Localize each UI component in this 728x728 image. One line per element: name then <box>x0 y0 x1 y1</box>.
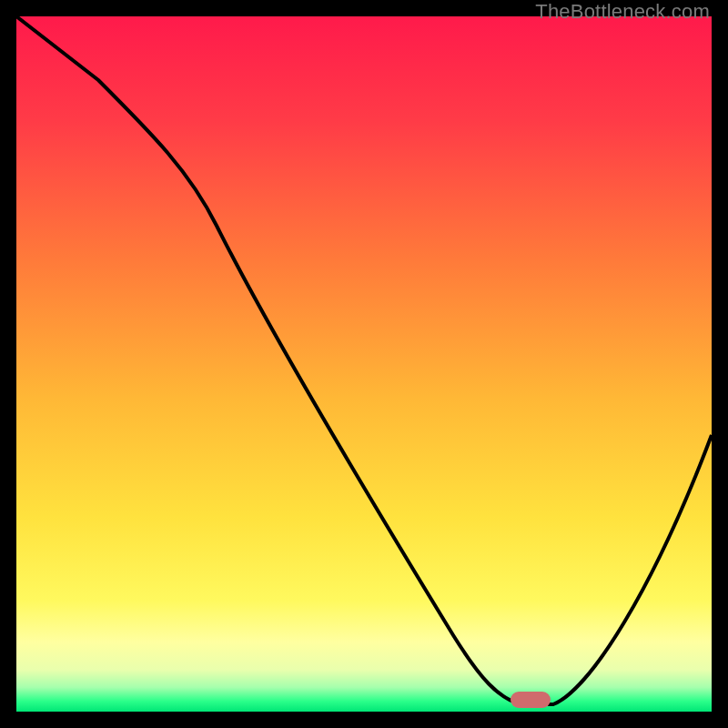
chart-frame <box>16 16 712 712</box>
watermark-text: TheBottleneck.com <box>535 0 710 24</box>
curve-path <box>16 16 712 704</box>
bottleneck-curve <box>16 16 712 712</box>
optimal-marker <box>511 692 551 708</box>
